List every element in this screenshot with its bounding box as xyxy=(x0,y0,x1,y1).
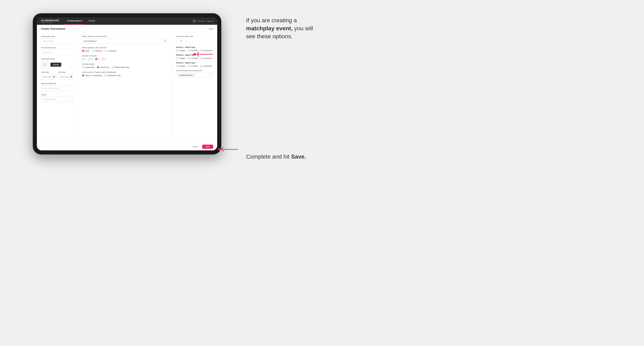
round3-foursomes-radio[interactable] xyxy=(200,65,202,67)
svg-marker-1 xyxy=(217,148,220,151)
round3-singles-radio[interactable] xyxy=(176,65,178,67)
round3-foursomes-label: Foursomes xyxy=(203,65,212,67)
round2-singles-radio[interactable] xyxy=(176,57,178,59)
round1-foursomes-radio[interactable] xyxy=(200,49,202,52)
individuals-option[interactable]: Individuals Only xyxy=(104,74,121,77)
round-2-radio[interactable] xyxy=(88,58,91,60)
round1-fourball[interactable]: Fourball xyxy=(188,49,198,52)
round-1[interactable]: 1 xyxy=(82,58,86,60)
api-group: Use third-party live scoring API? Leader… xyxy=(176,70,213,78)
round3-match-radio-group: Singles Fourball Foursomes xyxy=(176,65,213,67)
nav-signout-link[interactable]: Sign out xyxy=(207,20,213,22)
teams-option-radio[interactable] xyxy=(82,74,84,77)
tournament-name-input[interactable] xyxy=(41,50,74,55)
round3-fourball-label: Fourball xyxy=(191,65,198,67)
scoring-match[interactable]: Match Play xyxy=(97,66,109,68)
scoring-stroke[interactable]: Stroke Play xyxy=(82,66,94,68)
gender-combined-radio[interactable] xyxy=(105,50,107,52)
round-2-label: 2 xyxy=(92,58,92,60)
sponsor-input[interactable] xyxy=(41,86,74,91)
rounds-group: Number of rounds 1 2 xyxy=(82,55,168,60)
gender-womens-label: Womens xyxy=(95,50,102,52)
gender-womens[interactable]: Womens xyxy=(92,50,102,52)
brand-name: SCOREBOARD xyxy=(41,19,59,22)
form-container: Create Tournament ‹ Back Tournament Host… xyxy=(37,25,217,150)
round-4[interactable]: 4 xyxy=(102,58,106,60)
round3-fourball[interactable]: Fourball xyxy=(188,65,198,67)
round1-foursomes[interactable]: Foursomes xyxy=(200,49,212,52)
start-date-wrapper: 📅 xyxy=(41,74,56,80)
scoring-match-radio[interactable] xyxy=(97,66,99,68)
round3-foursomes[interactable]: Foursomes xyxy=(200,65,212,67)
gender-combined-label: Combined xyxy=(108,50,116,52)
gender-womens-radio[interactable] xyxy=(92,50,94,52)
tournament-name-group: Tournament name xyxy=(41,47,74,55)
round3-fourball-radio[interactable] xyxy=(188,65,190,67)
cancel-button[interactable]: Cancel xyxy=(190,145,200,149)
nav-tournaments[interactable]: TOURNAMENTS xyxy=(64,17,85,25)
back-link[interactable]: ‹ Back xyxy=(207,28,213,30)
individuals-option-radio[interactable] xyxy=(104,74,107,77)
nav-links: TOURNAMENTS TEAMS xyxy=(64,17,192,25)
scoring-medal-label: Medal Match Play xyxy=(115,66,130,68)
tournament-name-label: Tournament name xyxy=(41,47,74,49)
tournament-logo-label: Tournament logo xyxy=(41,58,74,60)
api-label: Use third-party live scoring API? xyxy=(176,70,213,72)
scoring-medal[interactable]: Medal Match Play xyxy=(112,66,130,68)
round1-match-section: Round 1 - Match Type Singles Fourball xyxy=(176,46,213,52)
annotation-bottom: Complete and hit Save. xyxy=(246,153,316,161)
max-team-size-group: Maximum Team Size 5 xyxy=(176,35,213,43)
scoring-radio-group: Stroke Play Match Play Medal Match Play xyxy=(82,66,168,68)
api-tag: Leaderboard King × xyxy=(178,74,196,77)
rounds-label: Number of rounds xyxy=(82,55,168,57)
logo-upload-area: 🖼 Upload xyxy=(41,61,74,68)
venue-input[interactable] xyxy=(41,97,74,102)
date-row: Start date 📅 End date 📅 xyxy=(41,71,74,80)
tournament-host-input[interactable] xyxy=(41,38,74,44)
form-header: Create Tournament ‹ Back xyxy=(37,25,217,32)
sponsor-group: Sponsor (optional) xyxy=(41,82,74,91)
api-select-wrapper[interactable]: Leaderboard King × ▾ xyxy=(176,73,213,78)
upload-button[interactable]: Upload xyxy=(50,63,61,67)
api-chevron-icon[interactable]: ▾ xyxy=(210,74,211,76)
round-3-radio[interactable] xyxy=(95,58,97,60)
end-date-label: End date xyxy=(58,71,74,73)
round2-fourball-radio[interactable] xyxy=(188,57,190,59)
api-tag-remove[interactable]: × xyxy=(193,74,194,76)
scoring-stroke-radio[interactable] xyxy=(82,66,84,68)
max-team-size-input[interactable]: 5 xyxy=(176,38,186,43)
venue-select-wrapper: ▾ xyxy=(41,97,74,102)
tablet-frame: SCOREBOARD Powered by clippit TOURNAMENT… xyxy=(33,13,221,155)
round1-singles[interactable]: Singles xyxy=(176,49,186,52)
round-3[interactable]: 3 xyxy=(95,58,99,60)
gender-combined[interactable]: Combined xyxy=(105,50,116,52)
scoring-match-label: Match Play xyxy=(100,66,109,68)
brand-tagline: Powered by clippit xyxy=(41,22,59,23)
nav-user-text: Test User | xyxy=(198,20,206,22)
navbar: SCOREBOARD Powered by clippit TOURNAMENT… xyxy=(37,17,217,25)
round-2[interactable]: 2 xyxy=(88,58,92,60)
round-4-radio[interactable] xyxy=(102,58,104,60)
division-select[interactable]: NCAA Division I xyxy=(82,38,168,44)
annotation-top-text: If you are creating a matchplay event, y… xyxy=(246,16,316,40)
gender-mens[interactable]: Mens xyxy=(82,50,90,52)
avatar xyxy=(192,19,196,23)
gender-mens-radio[interactable] xyxy=(82,50,84,52)
round2-singles-label: Singles xyxy=(179,57,186,59)
nav-teams[interactable]: TEAMS xyxy=(86,17,98,25)
rounds-radio-group: 1 2 3 4 xyxy=(82,58,168,60)
tablet-screen: SCOREBOARD Powered by clippit TOURNAMENT… xyxy=(37,17,217,150)
round-3-label: 3 xyxy=(98,58,99,60)
teams-option[interactable]: Teams (+Individuals) xyxy=(82,74,102,77)
round1-match-title: Round 1 - Match Type xyxy=(176,46,213,48)
round3-match-section: Round 3 - Match Type Singles Fourball xyxy=(176,62,213,67)
round2-singles[interactable]: Singles xyxy=(176,57,186,59)
scoring-medal-radio[interactable] xyxy=(112,66,114,68)
round3-singles[interactable]: Singles xyxy=(176,65,186,67)
round3-singles-label: Singles xyxy=(179,65,186,67)
round-1-radio[interactable] xyxy=(82,58,84,60)
round1-fourball-radio[interactable] xyxy=(188,49,190,52)
save-button[interactable]: Save xyxy=(202,145,213,149)
start-date-group: Start date 📅 xyxy=(41,71,56,80)
round1-singles-radio[interactable] xyxy=(176,49,178,52)
